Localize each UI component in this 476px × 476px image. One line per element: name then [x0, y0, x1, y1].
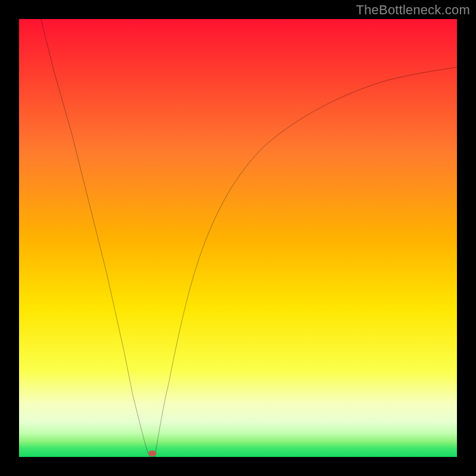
minimum-marker-dot: [148, 450, 156, 456]
background-gradient: [19, 19, 457, 457]
plot-area: [19, 19, 457, 457]
watermark-text: TheBottleneck.com: [356, 2, 470, 18]
gradient-rect: [19, 19, 457, 457]
chart-frame: TheBottleneck.com: [0, 0, 476, 476]
